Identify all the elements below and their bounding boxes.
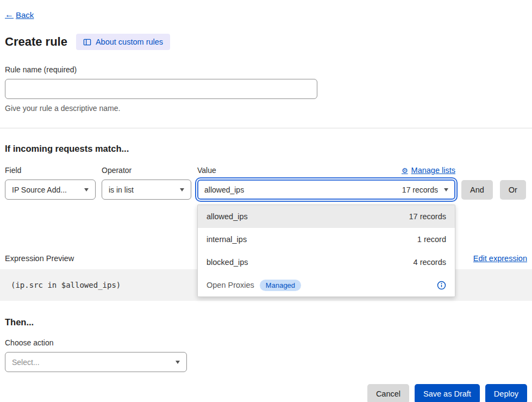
list-name: allowed_ips [206,212,248,221]
save-draft-button[interactable]: Save as Draft [415,384,480,402]
footer-actions: Cancel Save as Draft Deploy [5,384,527,402]
info-icon[interactable] [437,281,446,290]
book-icon [83,38,91,46]
back-label: Back [16,10,34,20]
field-select[interactable]: IP Source Add... [5,180,96,200]
page-title: Create rule [5,35,67,49]
dropdown-item-allowed-ips[interactable]: allowed_ips 17 records [198,205,455,228]
manage-lists-link[interactable]: ⚙ Manage lists [402,166,455,175]
field-label: Field [5,166,96,175]
operator-select[interactable]: is in list [102,180,191,200]
operator-label: Operator [102,166,191,175]
chevron-down-icon [176,361,180,364]
action-select[interactable]: Select... [5,352,187,372]
list-record-count: 1 record [417,235,446,244]
about-custom-rules-label: About custom rules [96,38,163,46]
value-select-right: 17 records [402,185,448,194]
edit-expression-link[interactable]: Edit expression [473,254,527,263]
deploy-button[interactable]: Deploy [485,384,527,402]
list-name: Open Proxies [206,281,254,289]
create-rule-page: ← Back Create rule About custom rules Ru… [0,0,532,402]
list-record-count: 4 records [414,258,446,267]
open-proxies-left: Open Proxies Managed [206,280,301,291]
list-name: internal_ips [206,235,247,244]
operator-column: Operator is in list [102,166,191,200]
list-name: blocked_ips [206,258,248,267]
field-column: Field IP Source Add... [5,166,96,200]
and-button[interactable]: And [461,180,493,200]
value-select-records: 17 records [402,185,438,194]
then-heading: Then... [5,317,527,327]
connector-buttons: And Or [461,180,526,200]
operator-select-value: is in list [109,185,134,194]
rule-name-label: Rule name (required) [5,65,527,74]
chevron-down-icon [180,188,184,191]
list-dropdown-menu: allowed_ips 17 records internal_ips 1 re… [197,205,455,297]
dropdown-item-internal-ips[interactable]: internal_ips 1 record [198,228,455,251]
match-heading: If incoming requests match... [5,144,527,154]
managed-badge: Managed [260,280,301,291]
chevron-down-icon [444,188,448,191]
expression-preview-label: Expression Preview [5,254,74,263]
back-link[interactable]: ← Back [5,10,34,20]
or-button[interactable]: Or [500,180,526,200]
value-header: Value ⚙ Manage lists [197,166,455,175]
action-select-value: Select... [12,358,40,367]
manage-lists-label: Manage lists [411,166,455,175]
dropdown-item-open-proxies[interactable]: Open Proxies Managed [198,274,455,296]
value-label: Value [197,166,216,175]
about-custom-rules-link[interactable]: About custom rules [76,34,170,50]
rule-name-input[interactable] [5,79,317,99]
section-divider [0,128,532,128]
chevron-down-icon [84,188,89,191]
expression-code: (ip.src in $allowed_ips) [11,281,121,289]
title-row: Create rule About custom rules [5,34,527,50]
field-select-value: IP Source Add... [12,185,67,194]
value-column: Value ⚙ Manage lists allowed_ips 17 reco… [197,166,455,200]
value-select-value: allowed_ips [204,185,244,194]
value-select[interactable]: allowed_ips 17 records [197,180,455,200]
choose-action-label: Choose action [5,338,527,347]
back-row: ← Back [5,10,527,20]
dropdown-item-blocked-ips[interactable]: blocked_ips 4 records [198,251,455,274]
back-arrow-icon: ← [5,10,14,20]
rule-name-group: Rule name (required) Give your rule a de… [5,65,527,113]
condition-row: Field IP Source Add... Operator is in li… [5,166,527,200]
gear-icon: ⚙ [402,166,408,175]
list-record-count: 17 records [409,212,446,221]
rule-name-help: Give your rule a descriptive name. [5,104,527,113]
cancel-button[interactable]: Cancel [367,384,409,402]
